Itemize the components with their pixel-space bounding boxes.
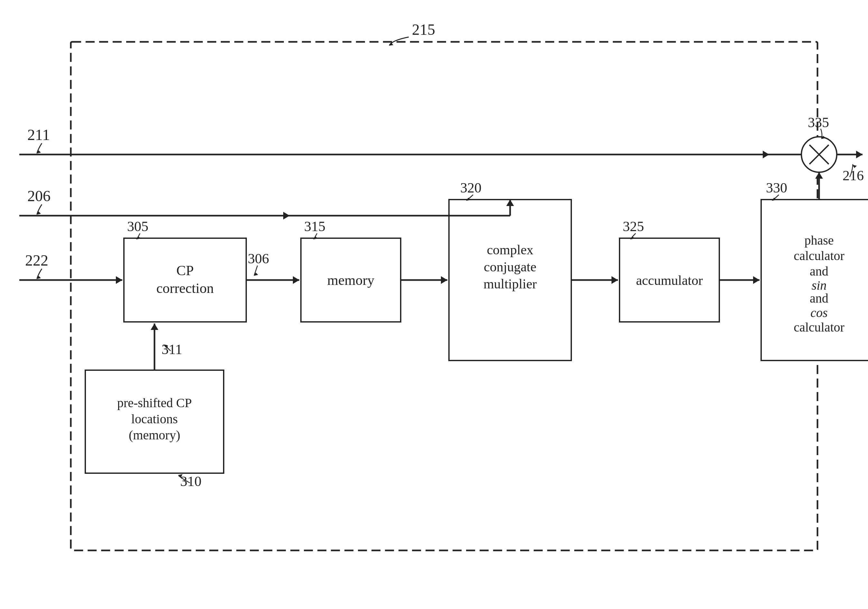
label-211: 211	[27, 126, 50, 143]
phase-calc-label2: calculator	[794, 248, 845, 263]
label-330: 330	[766, 180, 787, 196]
pre-shifted-label2: locations	[131, 412, 178, 426]
label-215: 215	[412, 21, 435, 38]
label-222: 222	[25, 252, 48, 269]
label-325: 325	[623, 218, 644, 234]
label-306: 306	[248, 251, 269, 267]
phase-calc-label6: cos	[811, 305, 828, 320]
accumulator-label: accumulator	[636, 273, 703, 288]
label-310: 310	[180, 474, 202, 489]
complex-conj-label3: multiplier	[484, 276, 537, 291]
label-206: 206	[27, 188, 51, 205]
pre-shifted-label1: pre-shifted CP	[117, 395, 192, 410]
svg-rect-12	[124, 238, 246, 322]
cp-correction-label2: correction	[157, 280, 214, 296]
phase-calc-label4: sin	[812, 278, 827, 293]
phase-calc-label7: calculator	[794, 320, 845, 335]
phase-calc-label5: and	[810, 291, 828, 305]
phase-calc-label3: and	[810, 264, 828, 279]
pre-shifted-label3: (memory)	[129, 428, 180, 442]
diagram-container: 215 211 206 222 CP correction 305	[0, 0, 868, 609]
complex-conj-label1: complex	[487, 242, 533, 257]
label-216: 216	[843, 168, 864, 183]
label-320: 320	[460, 180, 482, 196]
label-305: 305	[127, 218, 148, 234]
phase-calc-label1: phase	[804, 233, 834, 248]
label-315: 315	[304, 218, 326, 234]
memory-label: memory	[327, 272, 375, 288]
label-335: 335	[808, 115, 829, 130]
cp-correction-label: CP	[177, 263, 194, 279]
label-311: 311	[161, 341, 182, 357]
complex-conj-label2: conjugate	[484, 259, 536, 274]
